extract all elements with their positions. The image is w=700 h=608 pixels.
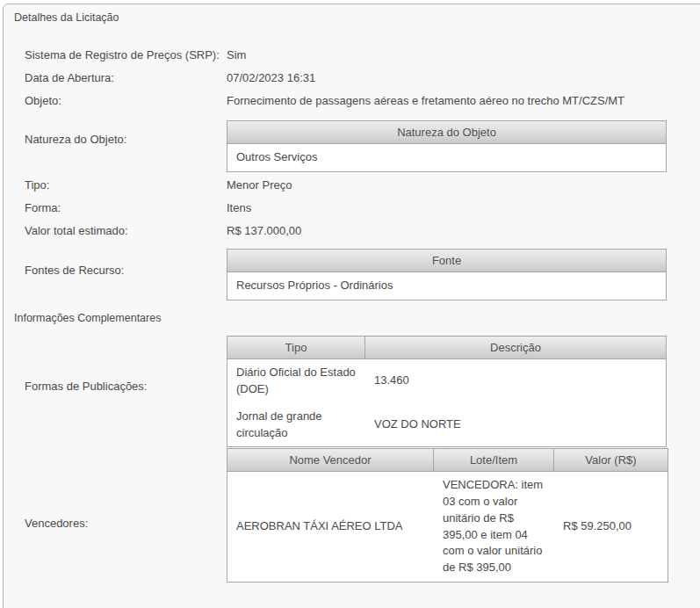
objeto-value: Fornecimento de passagens aéreas e freta…: [227, 94, 624, 107]
forma-value: Itens: [227, 201, 251, 214]
fonte-table-header: Fonte: [227, 250, 666, 272]
forma-label: Forma:: [25, 201, 61, 214]
publicacoes-table: Tipo Descrição Diário Oficial do Estado …: [227, 336, 667, 447]
table-row: AEROBRAN TÁXI AÉREO LTDA VENCEDORA: item…: [227, 472, 668, 582]
table-header-row: Tipo Descrição: [227, 337, 666, 359]
vencedores-table: Nome Vencedor Lote/Item Valor (R$) AEROB…: [227, 448, 668, 583]
publicacao-tipo-cell: Diário Oficial do Estado (DOE): [227, 359, 365, 403]
vencedores-header-nome: Nome Vencedor: [227, 449, 434, 472]
fonte-table-cell: Recursos Próprios - Ordinários: [227, 272, 666, 300]
vencedores-header-lote: Lote/Item: [434, 449, 554, 472]
vencedor-valor-cell: R$ 59.250,00: [554, 472, 668, 582]
table-row: Diário Oficial do Estado (DOE) 13.460: [227, 359, 666, 403]
table-header-row: Nome Vencedor Lote/Item Valor (R$): [227, 449, 668, 472]
publicacoes-header-descricao: Descrição: [365, 337, 666, 359]
data-abertura-value: 07/02/2023 16:31: [227, 71, 315, 84]
publicacao-descricao-cell: VOZ DO NORTE: [365, 403, 666, 447]
publicacao-descricao-cell: 13.460: [365, 359, 666, 403]
natureza-table: Natureza do Objeto Outros Serviços: [227, 120, 667, 172]
vencedor-lote-cell: VENCEDORA: item 03 com o valor unitário …: [434, 472, 554, 582]
fontes-recurso-label: Fontes de Recurso:: [25, 264, 124, 277]
objeto-label: Objeto:: [25, 94, 61, 107]
complementary-section-title: Informações Complementares: [14, 312, 161, 324]
tipo-label: Tipo:: [25, 178, 49, 192]
valor-total-label: Valor total estimado:: [25, 224, 128, 237]
tipo-value: Menor Preço: [227, 178, 292, 192]
vencedor-nome-cell: AEROBRAN TÁXI AÉREO LTDA: [227, 472, 434, 582]
vencedores-label: Vencedores:: [25, 517, 88, 530]
valor-total-value: R$ 137.000,00: [227, 224, 301, 237]
table-row: Jornal de grande circulação VOZ DO NORTE: [227, 403, 666, 447]
natureza-table-header: Natureza do Objeto: [227, 121, 666, 144]
panel-title: Detalhes da Licitação: [14, 11, 119, 24]
publicacao-tipo-cell: Jornal de grande circulação: [227, 403, 365, 447]
fonte-table: Fonte Recursos Próprios - Ordinários: [227, 249, 667, 300]
srp-label: Sistema de Registro de Preços (SRP):: [25, 48, 220, 62]
data-abertura-label: Data de Abertura:: [25, 71, 114, 84]
publicacoes-label: Formas de Publicações:: [25, 380, 147, 393]
natureza-table-cell: Outros Serviços: [227, 144, 666, 171]
natureza-label: Natureza do Objeto:: [25, 133, 126, 146]
table-row: Recursos Próprios - Ordinários: [227, 272, 666, 300]
srp-value: Sim: [227, 48, 246, 62]
vencedores-header-valor: Valor (R$): [554, 449, 668, 472]
licitacao-details-page: { "panel": { "title": "Detalhes da Licit…: [0, 0, 700, 608]
table-row: Outros Serviços: [227, 144, 666, 171]
publicacoes-header-tipo: Tipo: [227, 337, 365, 359]
